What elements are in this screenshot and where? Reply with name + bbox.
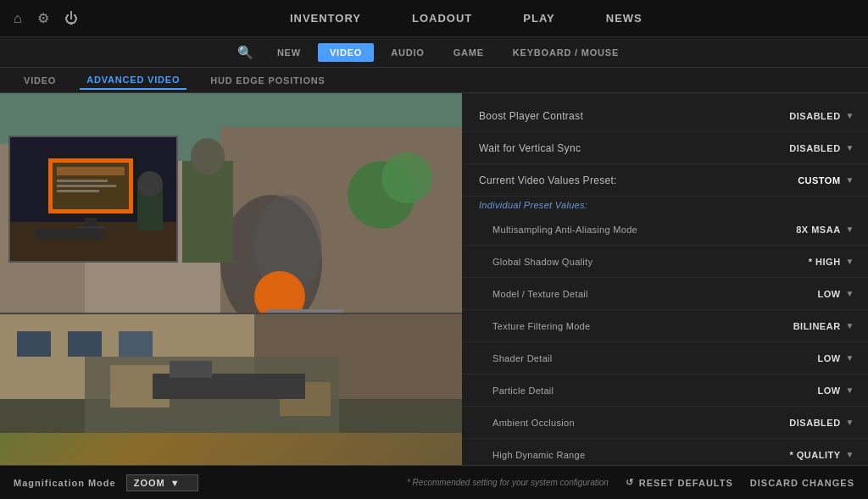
svg-rect-26 — [85, 218, 97, 226]
nav-play[interactable]: PLAY — [523, 12, 554, 25]
dropdown-chevron-icon: ▼ — [170, 478, 181, 488]
game-inset-monitor — [8, 136, 178, 263]
tab-video[interactable]: VIDEO — [318, 43, 374, 62]
top-nav: ⌂ ⚙ ⏻ INVENTORY LOADOUT PLAY NEWS — [0, 0, 868, 37]
sub-tabs: VIDEO ADVANCED VIDEO HUD EDGE POSITIONS — [0, 68, 868, 93]
svg-rect-42 — [170, 361, 212, 378]
setting-value-texture-filtering[interactable]: BILINEAR▼ — [719, 321, 854, 331]
tab-audio[interactable]: AUDIO — [379, 43, 436, 62]
home-icon[interactable]: ⌂ — [14, 11, 22, 26]
nav-news[interactable]: NEWS — [606, 12, 643, 25]
svg-rect-25 — [57, 190, 99, 192]
setting-row-shader-detail: Shader DetailLOW▼ — [462, 342, 868, 374]
setting-label-shadow-quality: Global Shadow Quality — [479, 257, 719, 267]
tab-new[interactable]: NEW — [265, 43, 313, 62]
setting-row-boost-player-contrast: Boost Player ContrastDISABLED▼ — [462, 100, 868, 132]
setting-value-wait-vertical-sync[interactable]: DISABLED▼ — [719, 143, 854, 153]
settings-container: Boost Player ContrastDISABLED▼Wait for V… — [462, 100, 868, 465]
setting-value-text-particle-detail: LOW — [817, 385, 840, 396]
setting-label-ambient-occlusion: Ambient Occlusion — [479, 418, 719, 428]
power-icon[interactable]: ⏻ — [64, 11, 78, 26]
setting-value-text-wait-vertical-sync: DISABLED — [789, 143, 840, 153]
nav-loadout[interactable]: LOADOUT — [412, 12, 472, 25]
settings-tabs: 🔍 NEW VIDEO AUDIO GAME KEYBOARD / MOUSE — [0, 37, 868, 68]
discard-changes-label: DISCARD CHANGES — [750, 478, 854, 488]
setting-value-text-boost-player-contrast: DISABLED — [789, 111, 840, 121]
setting-dropdown-arrow-shadow-quality: ▼ — [846, 257, 854, 266]
setting-row-hdr: High Dynamic Range* QUALITY▼ — [462, 439, 868, 465]
setting-value-video-values-preset[interactable]: CUSTOM▼ — [719, 175, 854, 186]
setting-row-texture-filtering: Texture Filtering ModeBILINEAR▼ — [462, 310, 868, 342]
setting-dropdown-arrow-shader-detail: ▼ — [846, 353, 854, 363]
svg-rect-36 — [119, 331, 153, 357]
search-icon[interactable]: 🔍 — [237, 45, 253, 60]
setting-dropdown-arrow-hdr: ▼ — [846, 450, 854, 459]
setting-value-msaa[interactable]: 8X MSAA▼ — [719, 225, 854, 235]
bottom-bar-right: * Recommended setting for your system co… — [407, 477, 854, 488]
settings-icon[interactable]: ⚙ — [37, 10, 49, 26]
setting-value-text-texture-filtering: BILINEAR — [793, 321, 841, 331]
mag-mode-value: ZOOM — [134, 478, 165, 488]
reset-defaults-button[interactable]: ↺ RESET DEFAULTS — [626, 477, 733, 488]
mag-mode-dropdown[interactable]: ZOOM ▼ — [126, 474, 198, 491]
mag-mode-label: Magnification Mode — [14, 478, 116, 488]
setting-label-msaa: Multisampling Anti-Aliasing Mode — [479, 225, 719, 235]
setting-dropdown-arrow-video-values-preset: ▼ — [846, 175, 854, 185]
setting-value-particle-detail[interactable]: LOW▼ — [719, 385, 854, 396]
setting-label-model-texture: Model / Texture Detail — [479, 289, 719, 299]
main-content: age view: — [0, 93, 868, 465]
setting-value-model-texture[interactable]: LOW▼ — [719, 289, 854, 299]
setting-value-text-shader-detail: LOW — [817, 353, 840, 363]
setting-row-ambient-occlusion: Ambient OcclusionDISABLED▼ — [462, 407, 868, 439]
setting-value-hdr[interactable]: * QUALITY▼ — [719, 450, 854, 460]
discard-changes-button[interactable]: DISCARD CHANGES — [750, 478, 854, 488]
setting-dropdown-arrow-boost-player-contrast: ▼ — [846, 111, 854, 120]
bottom-bar: Magnification Mode ZOOM ▼ * Recommended … — [0, 465, 868, 499]
setting-dropdown-arrow-msaa: ▼ — [846, 225, 854, 234]
setting-label-hdr: High Dynamic Range — [479, 450, 719, 460]
setting-row-wait-vertical-sync: Wait for Vertical SyncDISABLED▼ — [462, 132, 868, 164]
setting-dropdown-arrow-wait-vertical-sync: ▼ — [846, 143, 854, 152]
recommended-text: * Recommended setting for your system co… — [407, 478, 609, 487]
setting-row-particle-detail: Particle DetailLOW▼ — [462, 374, 868, 407]
setting-dropdown-arrow-model-texture: ▼ — [846, 289, 854, 298]
bottom-scene — [0, 313, 462, 431]
setting-value-shader-detail[interactable]: LOW▼ — [719, 353, 854, 363]
svg-point-30 — [137, 171, 163, 197]
subtab-hud-edge[interactable]: HUD EDGE POSITIONS — [203, 72, 331, 89]
magnification-mode-section: Magnification Mode ZOOM ▼ — [14, 474, 198, 491]
right-panel: Boost Player ContrastDISABLED▼Wait for V… — [462, 93, 868, 465]
setting-value-text-shadow-quality: * HIGH — [809, 257, 841, 267]
setting-value-ambient-occlusion[interactable]: DISABLED▼ — [719, 418, 854, 428]
setting-label-texture-filtering: Texture Filtering Mode — [479, 321, 719, 331]
svg-rect-23 — [57, 180, 108, 182]
settings-section-header-preset-header: Individual Preset Values: — [462, 197, 868, 213]
nav-inventory[interactable]: INVENTORY — [290, 12, 361, 25]
setting-dropdown-arrow-ambient-occlusion: ▼ — [846, 418, 854, 427]
svg-point-6 — [381, 152, 432, 203]
setting-value-boost-player-contrast[interactable]: DISABLED▼ — [719, 111, 854, 121]
top-nav-menu: INVENTORY LOADOUT PLAY NEWS — [78, 12, 854, 25]
game-screenshot: age view: — [0, 93, 462, 465]
svg-point-13 — [191, 138, 225, 175]
setting-row-video-values-preset: Current Video Values Preset:CUSTOM▼ — [462, 164, 868, 197]
setting-row-msaa: Multisampling Anti-Aliasing Mode8X MSAA▼ — [462, 213, 868, 246]
setting-label-particle-detail: Particle Detail — [479, 385, 719, 396]
left-panel: age view: — [0, 93, 462, 465]
setting-label-video-values-preset: Current Video Values Preset: — [479, 175, 719, 186]
subtab-advanced-video[interactable]: ADVANCED VIDEO — [80, 71, 186, 90]
svg-rect-35 — [68, 331, 102, 357]
reset-defaults-label: RESET DEFAULTS — [639, 478, 733, 488]
top-nav-icons: ⌂ ⚙ ⏻ — [14, 10, 78, 26]
svg-rect-34 — [17, 331, 51, 357]
setting-value-shadow-quality[interactable]: * HIGH▼ — [719, 257, 854, 267]
tab-game[interactable]: GAME — [442, 43, 496, 62]
setting-value-text-msaa: 8X MSAA — [796, 225, 840, 235]
setting-row-shadow-quality: Global Shadow Quality* HIGH▼ — [462, 246, 868, 278]
svg-rect-12 — [182, 161, 233, 263]
tab-keyboard-mouse[interactable]: KEYBOARD / MOUSE — [501, 43, 631, 62]
subtab-video[interactable]: VIDEO — [17, 72, 63, 89]
svg-rect-28 — [36, 229, 103, 239]
setting-value-text-ambient-occlusion: DISABLED — [789, 418, 840, 428]
setting-value-text-model-texture: LOW — [817, 289, 840, 299]
